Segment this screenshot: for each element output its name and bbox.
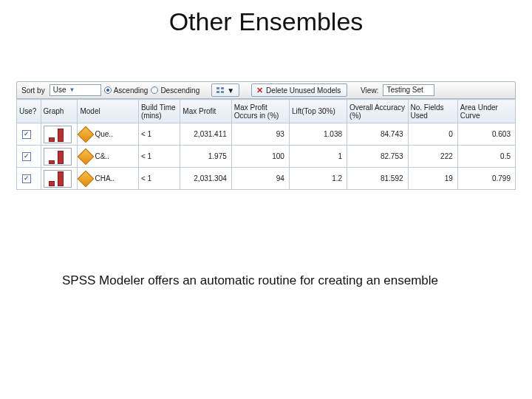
col-build-time[interactable]: Build Time (mins) [138,100,180,123]
chevron-down-icon: ▼ [69,85,75,95]
fields-cell: 222 [408,146,457,168]
col-auc[interactable]: Area Under Curve [457,100,515,123]
max-profit-cell: 2,031.304 [180,168,231,190]
model-nugget-icon [78,148,95,165]
mini-chart-icon [44,126,72,143]
table-header-row: Use? Graph Model Build Time (mins) Max P… [17,100,516,123]
auc-cell: 0.5 [457,146,515,168]
table-row[interactable]: ✓Que..< 12,031.411931.03884.74300.603 [17,123,516,146]
delete-label: Delete Unused Models [266,86,341,95]
max-profit-cell: 1.975 [180,146,231,168]
delete-unused-button[interactable]: ✕ Delete Unused Models [251,83,347,97]
mini-chart-icon [44,170,72,188]
auc-cell: 0.799 [457,168,515,190]
max-profit-occurs-cell: 94 [231,168,289,190]
ascending-label: Ascending [114,86,149,95]
caption-text: SPSS Modeler offers an automatic routine… [62,273,438,288]
page-title: Other Ensembles [0,7,532,36]
fields-cell: 0 [408,123,457,146]
lift-cell: 1 [289,146,347,168]
models-table: Use? Graph Model Build Time (mins) Max P… [16,99,516,190]
sort-by-select[interactable]: Use ▼ [50,84,101,96]
use-checkbox[interactable]: ✓ [22,152,31,161]
sort-by-label: Sort by [20,86,47,95]
build-time-cell: < 1 [138,123,180,146]
col-model[interactable]: Model [78,100,138,123]
lift-cell: 1.038 [289,123,347,146]
accuracy-cell: 81.592 [347,168,408,190]
descending-radio[interactable]: Descending [151,86,200,95]
descending-label: Descending [160,86,200,95]
max-profit-cell: 2,031.411 [180,123,231,146]
view-mode-button[interactable]: ▼ [211,83,239,97]
spss-panel: Sort by Use ▼ Ascending Descending ▼ ✕ D… [16,81,516,190]
col-lift[interactable]: Lift(Top 30%) [289,100,347,123]
model-name: CHA.. [95,174,115,183]
model-nugget-icon [78,170,95,187]
max-profit-occurs-cell: 100 [231,146,289,168]
lift-cell: 1.2 [289,168,347,190]
col-graph[interactable]: Graph [41,100,78,123]
col-accuracy[interactable]: Overall Accuracy (%) [347,100,408,123]
accuracy-cell: 82.753 [347,146,408,168]
build-time-cell: < 1 [138,168,180,190]
col-max-profit-occurs[interactable]: Max Profit Occurs in (%) [231,100,289,123]
fields-cell: 19 [408,168,457,190]
sort-by-value: Use [53,85,66,95]
view-select[interactable]: Testing Set [383,84,434,96]
model-name: C&.. [95,152,109,160]
grid-icon [216,87,224,93]
table-row[interactable]: ✓CHA..< 12,031.304941.281.592190.799 [17,168,516,190]
max-profit-occurs-cell: 93 [231,123,289,146]
col-max-profit[interactable]: Max Profit [180,100,231,123]
col-use[interactable]: Use? [17,100,41,123]
build-time-cell: < 1 [138,146,180,168]
ascending-radio[interactable]: Ascending [104,86,149,95]
view-value: Testing Set [386,85,423,95]
view-label: View: [359,86,380,95]
delete-icon: ✕ [256,86,263,95]
use-checkbox[interactable]: ✓ [22,174,31,183]
chevron-down-icon: ▼ [227,86,234,95]
col-fields[interactable]: No. Fields Used [408,100,457,123]
accuracy-cell: 84.743 [347,123,408,146]
mini-chart-icon [44,148,72,166]
model-nugget-icon [78,126,95,143]
toolbar: Sort by Use ▼ Ascending Descending ▼ ✕ D… [16,81,516,99]
use-checkbox[interactable]: ✓ [22,130,31,139]
model-name: Que.. [95,130,112,138]
auc-cell: 0.603 [457,123,515,146]
table-row[interactable]: ✓C&..< 11.975100182.7532220.5 [17,146,516,168]
